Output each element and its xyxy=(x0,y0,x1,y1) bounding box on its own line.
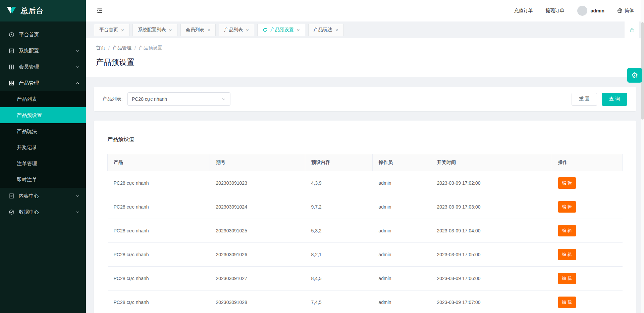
username: admin xyxy=(591,8,604,13)
sidebar-item-content-center[interactable]: 内容中心 xyxy=(0,188,86,204)
cell-period: 202303091023 xyxy=(210,171,305,195)
sidebar-item-product-play[interactable]: 产品玩法 xyxy=(0,123,86,139)
edit-button[interactable]: 编 辑 xyxy=(558,177,576,189)
sidebar-item-label: 注单管理 xyxy=(17,161,37,167)
close-icon[interactable]: × xyxy=(121,28,124,33)
tab-product-play[interactable]: 产品玩法 × xyxy=(308,24,344,36)
top-header-right: 充值订单 提现订单 admin 简体 xyxy=(514,6,634,16)
close-icon[interactable]: × xyxy=(169,28,172,33)
page-title: 产品预设置 xyxy=(96,57,634,68)
cell-operator: admin xyxy=(373,219,431,243)
sidebar-item-product-mgmt[interactable]: 产品管理 xyxy=(0,75,86,91)
cell-period: 202303091024 xyxy=(210,195,305,219)
tab-member-list[interactable]: 会员列表 × xyxy=(180,24,216,36)
column-header-product: 产品 xyxy=(108,154,210,171)
edit-button[interactable]: 编 辑 xyxy=(558,225,576,236)
close-icon[interactable]: × xyxy=(335,28,338,33)
language-switcher[interactable]: 简体 xyxy=(617,8,634,14)
close-icon[interactable]: × xyxy=(208,28,211,33)
tab-label: 产品预设置 xyxy=(270,27,294,33)
table-row: PC28 cực nhanh 202303091023 4,3,9 admin … xyxy=(108,171,623,195)
tab-product-list[interactable]: 产品列表 × xyxy=(219,24,254,36)
query-button[interactable]: 查 询 xyxy=(602,93,627,106)
product-select[interactable]: PC28 cực nhanh xyxy=(127,92,230,106)
language-label: 简体 xyxy=(625,8,634,14)
sidebar-item-label: 产品预设置 xyxy=(17,112,42,119)
sidebar-item-product-preset[interactable]: 产品预设置 xyxy=(0,107,86,123)
sidebar-item-label: 开奖记录 xyxy=(17,144,37,151)
sidebar-item-platform-home[interactable]: 平台首页 xyxy=(0,27,86,43)
sidebar-item-label: 数据中心 xyxy=(19,209,39,215)
table-card: 产品预设值 产品 期号 预设内容 操作员 开奖时间 操作 xyxy=(94,121,636,313)
cell-preset: 4,3,9 xyxy=(305,171,373,195)
refresh-icon[interactable] xyxy=(263,28,267,32)
title-band: 首页 / 产品管理 / 产品预设置 产品预设置 xyxy=(86,38,644,77)
cell-draw-time: 2023-03-09 17:04:00 xyxy=(431,219,552,243)
breadcrumb-current: 产品预设置 xyxy=(139,45,162,51)
tab-system-config-list[interactable]: 系统配置列表 × xyxy=(132,24,177,36)
sidebar-item-bet-mgmt[interactable]: 注单管理 xyxy=(0,155,86,172)
main-area: 充值订单 提现订单 admin 简体 平台首页 × 系统配置列表 × 会员列表 xyxy=(86,0,644,313)
cell-period: 202303091027 xyxy=(210,267,305,290)
top-header: 充值订单 提现订单 admin 简体 xyxy=(86,0,644,21)
edit-button[interactable]: 编 辑 xyxy=(558,297,576,308)
breadcrumb-section[interactable]: 产品管理 xyxy=(113,45,131,51)
chevron-up-icon xyxy=(75,81,80,85)
sidebar-item-label: 产品玩法 xyxy=(17,128,37,135)
user-menu[interactable]: admin xyxy=(577,6,604,16)
cell-operator: admin xyxy=(373,290,431,313)
app-logo-icon xyxy=(6,6,17,15)
breadcrumb-home[interactable]: 首页 xyxy=(96,45,105,51)
preset-table: 产品 期号 预设内容 操作员 开奖时间 操作 PC28 cực nhanh 20… xyxy=(107,154,623,313)
sidebar-item-system-config[interactable]: 系统配置 xyxy=(0,43,86,59)
chevron-down-icon xyxy=(75,210,80,214)
settings-fab[interactable]: ⚙ xyxy=(627,68,642,83)
cell-period: 202303091028 xyxy=(210,290,305,313)
product-submenu: 产品列表 产品预设置 产品玩法 开奖记录 注单管理 即时注单 xyxy=(0,91,86,188)
cell-draw-time: 2023-03-09 17:07:00 xyxy=(431,290,552,313)
cell-preset: 7,4,5 xyxy=(305,290,373,313)
cell-preset: 5,3,2 xyxy=(305,219,373,243)
lock-tabs-button[interactable] xyxy=(625,21,639,38)
edit-button[interactable]: 编 辑 xyxy=(558,201,576,213)
sidebar-item-product-list[interactable]: 产品列表 xyxy=(0,91,86,107)
sidebar-item-data-center[interactable]: 数据中心 xyxy=(0,204,86,220)
recharge-orders-link[interactable]: 充值订单 xyxy=(514,8,533,14)
cell-operator: admin xyxy=(373,243,431,267)
tab-label: 产品玩法 xyxy=(314,27,332,33)
sidebar: 总后台 平台首页 系统配置 会员管理 xyxy=(0,0,86,313)
cell-operator: admin xyxy=(373,195,431,219)
cell-operator: admin xyxy=(373,267,431,290)
edit-button[interactable]: 编 辑 xyxy=(558,249,576,260)
document-icon xyxy=(9,193,14,199)
sidebar-item-draw-records[interactable]: 开奖记录 xyxy=(0,139,86,155)
close-icon[interactable]: × xyxy=(246,28,249,33)
sidebar-item-member-mgmt[interactable]: 会员管理 xyxy=(0,59,86,75)
sidebar-item-label: 平台首页 xyxy=(19,32,39,38)
cell-preset: 8,2,1 xyxy=(305,243,373,267)
sidebar-item-realtime-bets[interactable]: 即时注单 xyxy=(0,172,86,188)
app-logo-area: 总后台 xyxy=(0,0,86,21)
breadcrumb-separator: / xyxy=(135,45,136,51)
table-row: PC28 cực nhanh 202303091024 9,7,2 admin … xyxy=(108,195,623,219)
page-scrollbar[interactable] xyxy=(641,0,644,313)
sidebar-item-label: 即时注单 xyxy=(17,177,37,183)
reset-button[interactable]: 重 置 xyxy=(572,93,597,106)
edit-button[interactable]: 编 辑 xyxy=(558,273,576,284)
cell-product: PC28 cực nhanh xyxy=(108,290,210,313)
tab-platform-home[interactable]: 平台首页 × xyxy=(94,24,129,36)
sidebar-fold-icon[interactable] xyxy=(96,7,103,14)
tab-label: 会员列表 xyxy=(186,27,205,33)
clock-icon xyxy=(9,32,14,38)
cell-draw-time: 2023-03-09 17:02:00 xyxy=(431,171,552,195)
cell-operator: admin xyxy=(373,171,431,195)
close-icon[interactable]: × xyxy=(297,28,300,33)
cell-period: 202303091026 xyxy=(210,243,305,267)
tab-label: 平台首页 xyxy=(99,27,118,33)
column-header-preset: 预设内容 xyxy=(305,154,373,171)
column-header-operator: 操作员 xyxy=(373,154,431,171)
withdraw-orders-link[interactable]: 提现订单 xyxy=(546,8,565,14)
filter-actions: 重 置 查 询 xyxy=(572,93,627,106)
cell-product: PC28 cực nhanh xyxy=(108,219,210,243)
tab-product-preset[interactable]: 产品预设置 × xyxy=(257,24,305,36)
